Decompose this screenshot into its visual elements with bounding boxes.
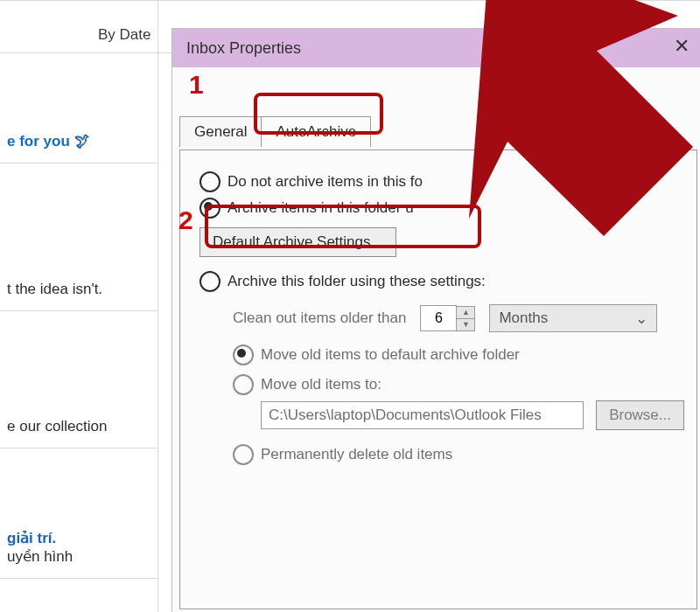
spinner-up-icon[interactable]: ▲: [457, 307, 474, 319]
spinner-down-icon[interactable]: ▼: [457, 319, 474, 330]
mail-item-collection[interactable]: e our collection: [0, 406, 158, 449]
dialog-title: Inbox Properties: [186, 39, 301, 58]
dialog-titlebar[interactable]: Inbox Properties ✕: [172, 29, 700, 67]
default-archive-settings-button[interactable]: Default Archive Settings...: [200, 227, 396, 257]
radio-move-to-label: Move old items to:: [261, 376, 382, 393]
radio-move-default: [233, 344, 254, 365]
mail-item-label: e for you: [7, 133, 70, 150]
radio-archive-default-label-right: tings: [580, 199, 612, 217]
clean-out-unit-label: Months: [499, 309, 548, 327]
mail-item-sub: uyền hình: [7, 547, 149, 566]
radio-archive-custom-label: Archive this folder using these settings…: [228, 273, 486, 290]
radio-do-not-archive-label: Do not archive items in this fo: [228, 173, 423, 191]
annotation-number-1: 1: [189, 70, 204, 100]
clean-out-label: Clean out items older than: [233, 309, 406, 327]
clean-out-unit-select[interactable]: Months ⌄: [489, 304, 657, 332]
clean-out-spinner[interactable]: ▲ ▼: [420, 305, 475, 331]
tab-autoarchive[interactable]: AutoArchive: [261, 116, 371, 147]
inbox-properties-dialog: Inbox Properties ✕ General AutoArchive D…: [172, 28, 700, 612]
mail-item-title: giải trí.: [7, 529, 149, 547]
dove-icon: 🕊: [74, 132, 91, 152]
radio-permanently-delete: [233, 444, 254, 465]
radio-do-not-archive[interactable]: [200, 171, 220, 192]
radio-move-default-label: Move old items to default archive folder: [261, 346, 520, 364]
mail-item-for-you[interactable]: e for you🕊: [0, 121, 158, 163]
radio-move-to: [233, 374, 254, 395]
radio-permanently-delete-label: Permanently delete old items: [261, 446, 452, 463]
clean-out-value[interactable]: [420, 305, 457, 331]
chevron-down-icon: ⌄: [635, 309, 648, 328]
tab-general[interactable]: General: [179, 116, 262, 147]
mail-item-idea[interactable]: t the idea isn't.: [0, 268, 158, 311]
browse-button: Browse...: [596, 400, 684, 430]
autoarchive-panel: Do not archive items in this fo Archive …: [179, 150, 697, 609]
radio-archive-default-label-left: Archive items in this folder u: [228, 199, 414, 217]
radio-archive-default[interactable]: [200, 198, 220, 219]
mail-item-giaitri[interactable]: giải trí. uyền hình: [0, 517, 158, 579]
annotation-number-2: 2: [178, 205, 193, 235]
close-icon[interactable]: ✕: [668, 32, 696, 60]
radio-archive-custom[interactable]: [200, 271, 220, 292]
dialog-tabs: General AutoArchive: [179, 116, 370, 147]
mail-list-fragment: e for you🕊 t the idea isn't. e our colle…: [0, 0, 158, 612]
archive-path-input: [261, 401, 584, 429]
